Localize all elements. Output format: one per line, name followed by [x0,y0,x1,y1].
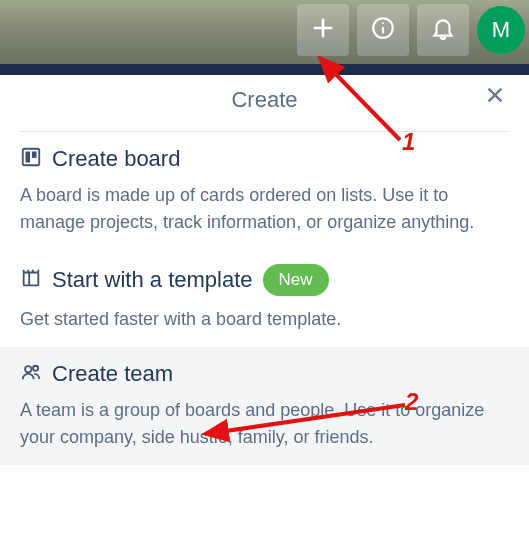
create-popover: Create Create board A board is made up o… [0,75,529,540]
svg-rect-10 [24,273,39,286]
avatar-initial: M [492,17,510,43]
add-button[interactable] [297,4,349,56]
close-button[interactable] [481,83,509,111]
svg-rect-9 [32,152,37,158]
bell-icon [430,15,456,45]
popover-title: Create [20,87,509,113]
svg-point-16 [25,366,31,372]
menu-item-title: Start with a template [52,267,253,293]
info-icon [370,15,396,45]
template-icon [20,267,42,293]
plus-icon [309,14,337,46]
header-buttons: M [297,4,525,56]
svg-point-17 [33,366,38,371]
svg-point-4 [382,22,384,24]
popover-header: Create [20,75,509,132]
board-icon [20,146,42,172]
notifications-button[interactable] [417,4,469,56]
menu-item-start-template[interactable]: Start with a template New Get started fa… [0,250,529,347]
info-button[interactable] [357,4,409,56]
new-badge: New [263,264,329,296]
menu-item-desc: A team is a group of boards and people. … [20,397,509,451]
menu-item-create-team[interactable]: Create team A team is a group of boards … [0,347,529,465]
avatar[interactable]: M [477,6,525,54]
close-icon [484,84,506,110]
menu-item-create-board[interactable]: Create board A board is made up of cards… [0,132,529,250]
team-icon [20,361,42,387]
menu-item-desc: Get started faster with a board template… [20,306,509,333]
svg-rect-7 [23,149,40,166]
menu-item-title: Create board [52,146,180,172]
menu-item-desc: A board is made up of cards ordered on l… [20,182,509,236]
svg-rect-8 [26,152,31,163]
menu-item-title: Create team [52,361,173,387]
